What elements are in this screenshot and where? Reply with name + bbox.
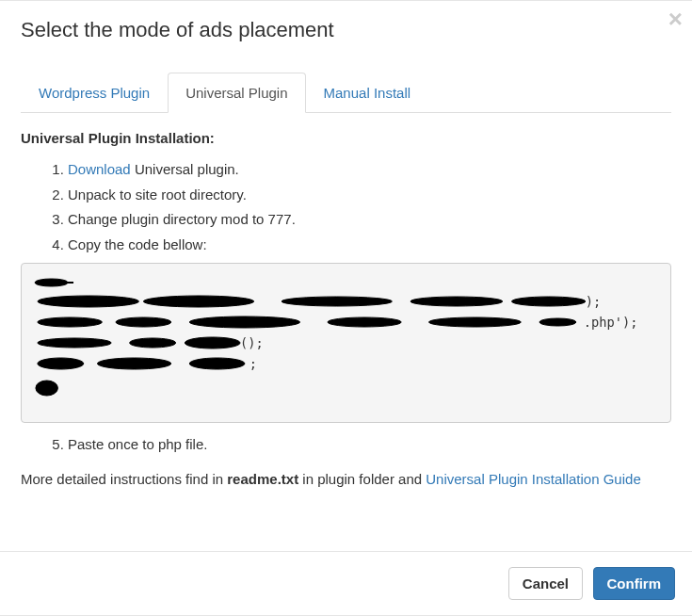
detail-text: More detailed instructions find in readm… (21, 469, 671, 491)
step-5: Paste once to php file. (68, 434, 671, 456)
step-2: Unpack to site root directory. (68, 185, 671, 206)
svg-point-8 (38, 317, 102, 327)
detail-prefix: More detailed instructions find in (21, 471, 227, 487)
svg-point-21 (189, 358, 245, 369)
installation-guide-link[interactable]: Universal Plugin Installation Guide (426, 471, 640, 487)
modal-header: Select the mode of ads placement × (0, 1, 692, 56)
modal-footer: Cancel Confirm (0, 551, 692, 615)
svg-point-10 (189, 316, 299, 328)
svg-point-9 (116, 317, 171, 327)
svg-point-4 (282, 297, 392, 306)
step-3: Change plugin directory mod to 777. (68, 209, 671, 231)
svg-point-12 (429, 317, 522, 327)
tab-wordpress-plugin[interactable]: Wordpress Plugin (21, 73, 168, 113)
cancel-button[interactable]: Cancel (508, 567, 583, 600)
svg-point-3 (143, 296, 253, 307)
download-link[interactable]: Download (68, 161, 131, 177)
svg-text:);: ); (586, 294, 601, 309)
confirm-button[interactable]: Confirm (593, 567, 676, 600)
modal-body: Wordpress Plugin Universal Plugin Manual… (0, 56, 692, 499)
close-icon[interactable]: × (668, 7, 683, 31)
tab-manual-install[interactable]: Manual Install (306, 73, 429, 113)
step-1: Download Universal plugin. (68, 159, 671, 181)
svg-point-20 (97, 358, 170, 369)
install-steps: Download Universal plugin. Unpack to sit… (21, 159, 671, 255)
svg-text:.php');: .php'); (584, 315, 638, 330)
modal-title: Select the mode of ads placement (21, 18, 671, 42)
tabs-bar: Wordpress Plugin Universal Plugin Manual… (21, 73, 671, 113)
detail-mid: in plugin folder and (298, 471, 426, 487)
svg-point-23 (36, 381, 57, 396)
svg-point-15 (38, 338, 111, 348)
install-steps-continued: Paste once to php file. (21, 434, 671, 456)
svg-point-2 (38, 296, 139, 307)
svg-point-19 (38, 358, 84, 369)
step-4: Copy the code bellow: (68, 235, 671, 256)
svg-point-16 (130, 338, 176, 348)
step-1-text: Universal plugin. (131, 161, 239, 177)
svg-point-5 (410, 297, 503, 306)
readme-filename: readme.txt (227, 471, 298, 487)
svg-point-6 (512, 297, 586, 306)
tab-universal-plugin[interactable]: Universal Plugin (168, 73, 305, 113)
redacted-code-icon: ); .php'); (); ; (33, 275, 659, 407)
svg-point-17 (185, 337, 240, 349)
section-title: Universal Plugin Installation: (21, 130, 671, 146)
svg-point-11 (328, 317, 401, 327)
svg-text:;: ; (249, 356, 257, 371)
code-snippet-box[interactable]: ); .php'); (); ; (21, 263, 671, 423)
svg-text:();: (); (240, 335, 264, 350)
svg-point-13 (539, 318, 576, 326)
